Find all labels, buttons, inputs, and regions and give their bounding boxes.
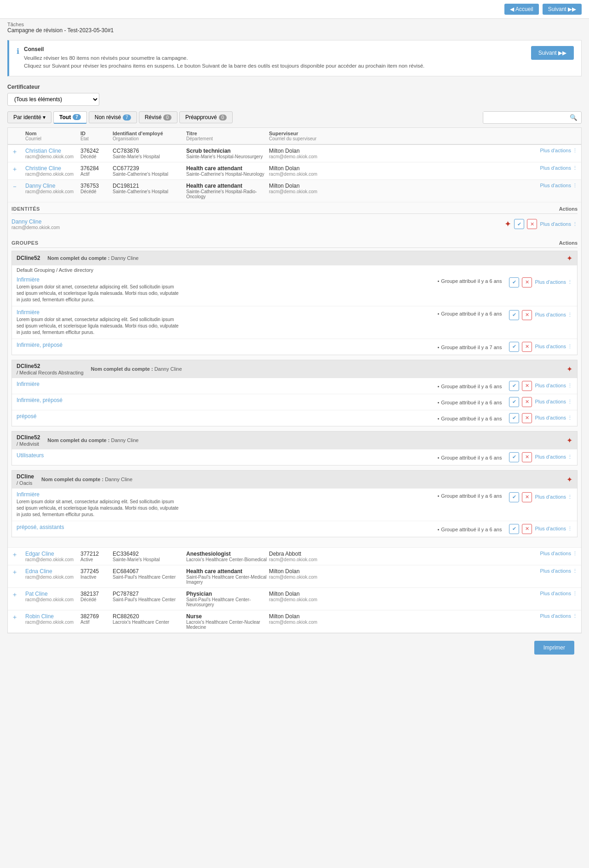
group-subrow: Infirmière, préposé • Groupe attribué il… bbox=[12, 394, 577, 410]
expand-icon[interactable]: ＋ bbox=[11, 551, 18, 558]
group-more-actions[interactable]: Plus d'actions ⋮ bbox=[535, 454, 572, 460]
person-name[interactable]: Christine Cline bbox=[25, 165, 80, 172]
group-role-name[interactable]: Infirmière bbox=[17, 381, 437, 387]
group-flag-3: ✦ bbox=[566, 436, 572, 445]
identity-name[interactable]: Danny Cline bbox=[11, 218, 60, 225]
group-reject-button[interactable]: ✕ bbox=[522, 524, 532, 534]
group-reject-button[interactable]: ✕ bbox=[522, 277, 532, 287]
identity-approve-button[interactable]: ✔ bbox=[514, 219, 524, 229]
person-empid: PC787827 bbox=[113, 591, 186, 597]
group-more-actions[interactable]: Plus d'actions ⋮ bbox=[535, 344, 572, 350]
group-reject-button[interactable]: ✕ bbox=[522, 413, 532, 423]
person-email: racm@demo.okiok.com bbox=[25, 154, 80, 159]
group-more-actions[interactable]: Plus d'actions ⋮ bbox=[535, 415, 572, 421]
person-sup: Milton Dolan bbox=[269, 591, 343, 597]
person-name[interactable]: Robin Cline bbox=[25, 613, 80, 620]
suivant-top-button[interactable]: Suivant ▶▶ bbox=[543, 4, 582, 15]
expand-icon[interactable]: ＋ bbox=[11, 591, 18, 598]
group-more-actions[interactable]: Plus d'actions ⋮ bbox=[535, 526, 572, 532]
group-subtext-2: / Medical Records Abstracting bbox=[17, 370, 84, 375]
group-approve-button[interactable]: ✔ bbox=[509, 310, 519, 320]
certificateur-label: Certificateur bbox=[7, 84, 582, 90]
group-role-name[interactable]: Infirmière bbox=[17, 309, 437, 316]
tab-par-identite[interactable]: Par identité ▾ bbox=[7, 111, 51, 123]
expand-icon[interactable]: ＋ bbox=[11, 165, 18, 172]
group-more-actions[interactable]: Plus d'actions ⋮ bbox=[535, 312, 572, 318]
tab-non-revise[interactable]: Non révisé 7 bbox=[89, 111, 137, 123]
more-actions-christian[interactable]: Plus d'actions ⋮ bbox=[540, 148, 578, 154]
expand-icon[interactable]: ＋ bbox=[11, 613, 18, 621]
person-dept: Sainte-Marie's Hospital-Neurosurgery bbox=[186, 154, 269, 159]
person-name[interactable]: Pat Cline bbox=[25, 591, 80, 597]
more-actions-christine[interactable]: Plus d'actions ⋮ bbox=[540, 165, 578, 171]
tab-tout[interactable]: Tout 7 bbox=[53, 111, 87, 124]
print-button[interactable]: Imprimer bbox=[534, 641, 574, 655]
expand-icon[interactable]: － bbox=[11, 183, 18, 190]
search-input[interactable] bbox=[483, 112, 566, 123]
person-name[interactable]: Danny Cline bbox=[25, 183, 80, 189]
group-reject-button[interactable]: ✕ bbox=[522, 381, 532, 391]
expand-icon[interactable]: ＋ bbox=[11, 148, 18, 155]
more-actions-danny[interactable]: Plus d'actions ⋮ bbox=[540, 183, 578, 189]
more-actions-pat[interactable]: Plus d'actions ⋮ bbox=[540, 591, 578, 597]
tab-preapprouve[interactable]: Préapprouvé 0 bbox=[179, 111, 233, 123]
more-actions-robin[interactable]: Plus d'actions ⋮ bbox=[540, 613, 578, 619]
group-role-name[interactable]: Infirmière bbox=[17, 276, 437, 283]
tab-par-identite-label: Par identité ▾ bbox=[13, 114, 46, 121]
person-christine-cline-row[interactable]: ＋ Christine Cline racm@demo.okiok.com 37… bbox=[8, 162, 581, 179]
person-dept: Sainte-Catherine's Hospital-Radio-Oncolo… bbox=[186, 189, 269, 199]
group-more-actions[interactable]: Plus d'actions ⋮ bbox=[535, 279, 572, 285]
person-name[interactable]: Edna Cline bbox=[25, 568, 80, 575]
group-block-1-header: DCline52 Nom complet du compte : Danny C… bbox=[12, 251, 577, 265]
group-approve-button[interactable]: ✔ bbox=[509, 381, 519, 391]
person-pat-cline-row[interactable]: ＋ Pat Cline racm@demo.okiok.com 382137 D… bbox=[8, 588, 581, 610]
group-approve-button[interactable]: ✔ bbox=[509, 452, 519, 462]
person-robin-cline-row[interactable]: ＋ Robin Cline racm@demo.okiok.com 382769… bbox=[8, 610, 581, 632]
group-more-actions[interactable]: Plus d'actions ⋮ bbox=[535, 383, 572, 389]
group-role-name[interactable]: préposé, assistants bbox=[17, 524, 437, 530]
group-role-name[interactable]: Utilisateurs bbox=[17, 452, 437, 459]
group-more-actions[interactable]: Plus d'actions ⋮ bbox=[535, 399, 572, 405]
person-edgar-cline-row[interactable]: ＋ Edgar Cline racm@demo.okiok.com 377212… bbox=[8, 548, 581, 565]
tab-non-revise-label: Non révisé bbox=[95, 114, 121, 121]
group-approve-button[interactable]: ✔ bbox=[509, 342, 519, 352]
person-sup: Milton Dolan bbox=[269, 183, 343, 189]
group-approve-button[interactable]: ✔ bbox=[509, 524, 519, 534]
person-christian-cline-row[interactable]: ＋ Christian Cline racm@demo.okiok.com 37… bbox=[8, 145, 581, 162]
group-reject-button[interactable]: ✕ bbox=[522, 452, 532, 462]
more-actions-edgar[interactable]: Plus d'actions ⋮ bbox=[540, 551, 578, 557]
person-name[interactable]: Christian Cline bbox=[25, 148, 80, 154]
person-name[interactable]: Edgar Cline bbox=[25, 551, 80, 557]
tab-revise[interactable]: Révisé 0 bbox=[139, 111, 177, 123]
person-dept: Saint-Paul's Healthcare Center-Medical I… bbox=[186, 575, 269, 585]
search-button[interactable]: 🔍 bbox=[566, 112, 581, 123]
accueil-button[interactable]: ◀ Accueil bbox=[504, 4, 538, 15]
group-approve-button[interactable]: ✔ bbox=[509, 492, 519, 502]
person-title: Health care attendant bbox=[186, 568, 269, 575]
group-subrow: préposé, assistants • Groupe attribué il… bbox=[12, 521, 577, 537]
group-more-actions[interactable]: Plus d'actions ⋮ bbox=[535, 494, 572, 500]
group-approve-button[interactable]: ✔ bbox=[509, 413, 519, 423]
group-role-name[interactable]: Infirmière bbox=[17, 491, 437, 498]
identity-more-actions[interactable]: Plus d'actions ⋮ bbox=[540, 221, 578, 227]
col-empid-header: Identifiant d'employé Organisation bbox=[113, 131, 186, 141]
person-title: Physician bbox=[186, 591, 269, 597]
group-reject-button[interactable]: ✕ bbox=[522, 342, 532, 352]
person-edna-cline-row[interactable]: ＋ Edna Cline racm@demo.okiok.com 377245 … bbox=[8, 565, 581, 587]
group-reject-button[interactable]: ✕ bbox=[522, 492, 532, 502]
group-subrow: Infirmière Lorem ipsum dolor sit amet, c… bbox=[12, 489, 577, 521]
certificateur-dropdown[interactable]: (Tous les éléments) bbox=[7, 93, 99, 106]
group-approve-button[interactable]: ✔ bbox=[509, 277, 519, 287]
identity-reject-button[interactable]: ✕ bbox=[527, 219, 537, 229]
group-reject-button[interactable]: ✕ bbox=[522, 310, 532, 320]
more-actions-edna[interactable]: Plus d'actions ⋮ bbox=[540, 568, 578, 574]
group-reject-button[interactable]: ✕ bbox=[522, 397, 532, 407]
person-danny-cline-row[interactable]: － Danny Cline racm@demo.okiok.com 376753… bbox=[8, 180, 581, 202]
group-role-name[interactable]: Infirmière, préposé bbox=[17, 342, 437, 348]
expand-icon[interactable]: ＋ bbox=[11, 568, 18, 575]
group-role-name[interactable]: préposé bbox=[17, 413, 437, 420]
group-approve-button[interactable]: ✔ bbox=[509, 397, 519, 407]
suivant-conseil-button[interactable]: Suivant ▶▶ bbox=[531, 46, 574, 60]
group-role-name[interactable]: Infirmière, préposé bbox=[17, 397, 437, 403]
tab-tout-label: Tout bbox=[59, 114, 71, 121]
